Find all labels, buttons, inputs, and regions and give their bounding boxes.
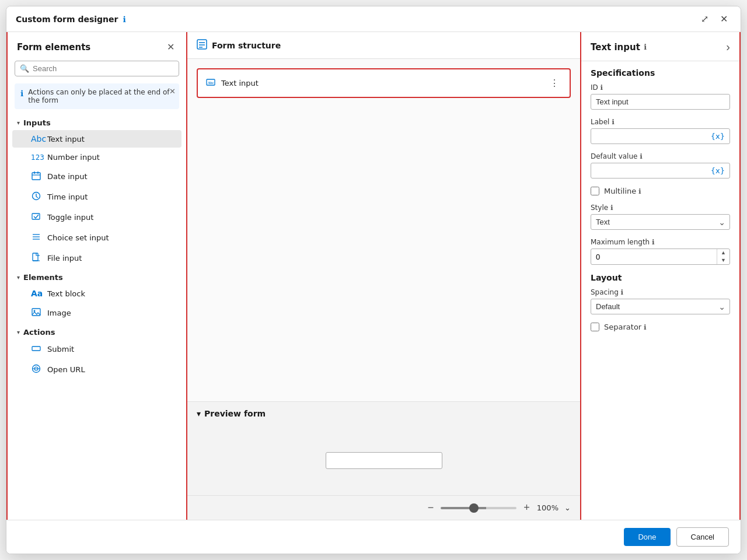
cancel-button[interactable]: Cancel	[676, 527, 729, 547]
expand-button[interactable]: ⤢	[697, 12, 712, 26]
elements-section-label: Elements	[23, 273, 63, 282]
search-input[interactable]	[33, 64, 174, 73]
separator-info-icon[interactable]: ℹ	[644, 323, 647, 331]
multiline-info-icon[interactable]: ℹ	[638, 187, 641, 195]
max-length-input[interactable]	[591, 250, 717, 264]
text-block-item[interactable]: Aa Text block	[12, 285, 181, 302]
zoom-slider[interactable]	[441, 507, 516, 509]
zoom-dropdown-button[interactable]: ⌄	[564, 503, 571, 512]
elements-section-header[interactable]: ▾ Elements	[8, 268, 186, 284]
max-length-info-icon[interactable]: ℹ	[652, 238, 655, 246]
text-input-label: Text input	[47, 135, 85, 144]
open-url-label: Open URL	[47, 365, 85, 374]
spacing-field-group: Spacing ℹ Default None Small Medium Larg…	[591, 288, 730, 314]
toggle-input-icon	[31, 212, 41, 223]
preview-input[interactable]	[326, 452, 442, 469]
separator-checkbox[interactable]	[591, 323, 599, 331]
svg-rect-0	[32, 173, 40, 180]
default-value-info-icon[interactable]: ℹ	[640, 152, 643, 160]
submit-icon	[31, 344, 41, 355]
zoom-out-button[interactable]: −	[427, 502, 435, 514]
inputs-section-header[interactable]: ▾ Inputs	[8, 114, 186, 130]
done-button[interactable]: Done	[624, 528, 670, 546]
title-bar: Custom form designer ℹ ⤢ ✕	[6, 6, 741, 32]
id-label: ID ℹ	[591, 83, 730, 92]
right-panel-title: Text input	[591, 42, 640, 52]
time-input-label: Time input	[47, 192, 88, 201]
right-panel-title-row: Text input ℹ	[591, 42, 647, 52]
label-input[interactable]	[591, 129, 706, 144]
default-value-label: Default value ℹ	[591, 152, 730, 160]
form-element-row-menu-button[interactable]: ⋮	[547, 76, 561, 90]
max-length-spinner-wrapper: ▲ ▼	[591, 249, 730, 265]
max-length-decrement-button[interactable]: ▼	[717, 257, 729, 264]
time-input-item[interactable]: Time input	[12, 187, 181, 206]
label-info-icon[interactable]: ℹ	[612, 118, 615, 126]
separator-label[interactable]: Separator ℹ	[604, 323, 647, 331]
search-icon: 🔍	[20, 64, 29, 73]
dialog-close-button[interactable]: ✕	[717, 12, 731, 26]
choice-set-input-item[interactable]: Choice set input	[12, 228, 181, 247]
dialog: Custom form designer ℹ ⤢ ✕ Form elements…	[6, 6, 741, 554]
style-info-icon[interactable]: ℹ	[610, 204, 613, 212]
label-formula-icon[interactable]: {x}	[706, 132, 729, 141]
svg-rect-14	[32, 309, 40, 316]
right-panel-header: Text input ℹ ›	[581, 32, 739, 61]
main-content: Form elements ✕ 🔍 ℹ Actions can only be …	[6, 32, 741, 520]
default-value-input[interactable]	[591, 163, 706, 178]
info-banner-icon: ℹ	[20, 89, 23, 98]
id-info-icon[interactable]: ℹ	[601, 83, 603, 92]
time-input-icon	[31, 191, 41, 202]
left-panel-close-button[interactable]: ✕	[165, 40, 177, 54]
open-url-item[interactable]: Open URL	[12, 360, 181, 379]
toggle-input-item[interactable]: Toggle input	[12, 208, 181, 227]
max-length-label: Maximum length ℹ	[591, 238, 730, 246]
submit-label: Submit	[47, 345, 74, 354]
file-input-icon	[31, 253, 41, 264]
inputs-section-label: Inputs	[23, 118, 51, 127]
right-panel: Text input ℹ › Specifications ID ℹ	[580, 32, 741, 520]
info-banner-text: Actions can only be placed at the end of…	[28, 88, 173, 104]
text-input-item[interactable]: Abc Text input	[12, 130, 181, 148]
default-value-input-wrapper: {x}	[591, 163, 730, 178]
style-label: Style ℹ	[591, 204, 730, 212]
spacing-select-wrapper: Default None Small Medium Large Extra La…	[591, 299, 730, 314]
spacing-select[interactable]: Default None Small Medium Large Extra La…	[591, 299, 730, 314]
multiline-checkbox-row: Multiline ℹ	[591, 187, 730, 195]
image-item[interactable]: Image	[12, 303, 181, 323]
image-icon	[31, 307, 41, 318]
zoom-in-button[interactable]: +	[522, 502, 531, 514]
info-icon[interactable]: ℹ	[123, 15, 125, 24]
multiline-checkbox[interactable]	[591, 187, 599, 195]
toggle-input-label: Toggle input	[47, 213, 93, 222]
multiline-label[interactable]: Multiline ℹ	[604, 187, 641, 195]
svg-rect-11	[33, 253, 38, 261]
style-select[interactable]: Text Tel Email URL Password	[591, 214, 730, 230]
actions-section-header[interactable]: ▾ Actions	[8, 323, 186, 339]
id-field-group: ID ℹ	[591, 83, 730, 110]
info-banner-close-button[interactable]: ✕	[169, 87, 176, 96]
form-element-row-label: Text input	[221, 79, 542, 88]
id-input[interactable]	[591, 94, 730, 110]
default-value-formula-icon[interactable]: {x}	[706, 166, 729, 175]
form-structure-header: Form structure	[187, 32, 580, 59]
form-element-row[interactable]: Abc Text input ⋮	[197, 68, 571, 98]
preview-header[interactable]: ▾ Preview form	[187, 402, 580, 425]
svg-rect-16	[32, 346, 40, 351]
dialog-title: Custom form designer	[16, 15, 118, 24]
text-input-icon: Abc	[31, 134, 41, 144]
center-panel: Form structure Abc Text input ⋮ ▾ Previe…	[187, 32, 580, 520]
right-panel-info-icon[interactable]: ℹ	[644, 43, 647, 51]
right-panel-chevron-button[interactable]: ›	[726, 40, 730, 54]
left-panel-title: Form elements	[17, 42, 90, 52]
max-length-field-group: Maximum length ℹ ▲ ▼	[591, 238, 730, 265]
number-input-item[interactable]: 123 Number input	[12, 149, 181, 166]
max-length-increment-button[interactable]: ▲	[717, 249, 729, 257]
spacing-info-icon[interactable]: ℹ	[621, 288, 624, 296]
spacing-label: Spacing ℹ	[591, 288, 730, 296]
choice-set-input-icon	[31, 232, 41, 243]
date-input-item[interactable]: Date input	[12, 167, 181, 186]
submit-item[interactable]: Submit	[12, 340, 181, 359]
inputs-chevron-icon: ▾	[17, 120, 20, 126]
file-input-item[interactable]: File input	[12, 249, 181, 268]
